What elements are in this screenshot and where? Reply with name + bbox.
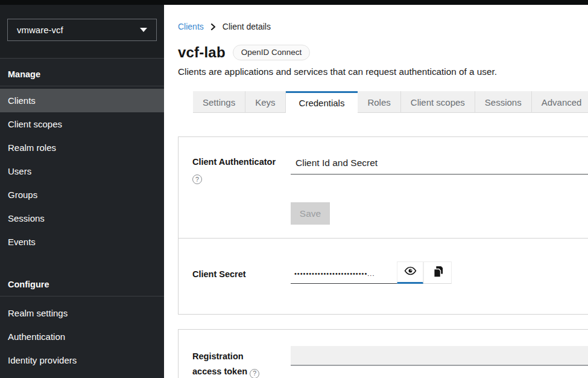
realm-selector-value: vmware-vcf bbox=[17, 25, 63, 35]
sidebar-item-realm-roles[interactable]: Realm roles bbox=[0, 136, 164, 159]
breadcrumb-clients-link[interactable]: Clients bbox=[178, 22, 204, 31]
eye-icon bbox=[404, 266, 417, 278]
sidebar-item-identity-providers[interactable]: Identity providers bbox=[0, 348, 164, 372]
tab-sessions[interactable]: Sessions bbox=[475, 91, 532, 113]
save-button[interactable]: Save bbox=[291, 202, 330, 225]
nav-section-configure-label: Configure bbox=[0, 254, 164, 296]
registration-token-label: Registration access token ? bbox=[192, 349, 272, 378]
page-title: vcf-lab bbox=[178, 44, 226, 61]
realm-selector-dropdown[interactable]: vmware-vcf bbox=[7, 19, 157, 41]
nav-configure-list: Realm settings Authentication Identity p… bbox=[0, 296, 164, 372]
tab-keys[interactable]: Keys bbox=[245, 91, 285, 113]
sidebar-item-client-scopes[interactable]: Client scopes bbox=[0, 112, 164, 136]
chevron-down-icon bbox=[140, 28, 147, 32]
tab-client-scopes[interactable]: Client scopes bbox=[401, 91, 475, 113]
sidebar-item-groups[interactable]: Groups bbox=[0, 183, 164, 207]
registration-token-card: Registration access token ? bbox=[178, 329, 588, 378]
breadcrumb-current: Client details bbox=[223, 22, 271, 31]
realm-section: vmware-vcf bbox=[0, 5, 164, 59]
client-authenticator-label: Client Authenticator bbox=[192, 155, 276, 170]
client-secret-input[interactable] bbox=[291, 261, 397, 284]
sidebar-item-realm-settings[interactable]: Realm settings bbox=[0, 301, 164, 325]
client-secret-row: Client Secret bbox=[179, 239, 588, 315]
page-header: vcf-lab OpenID Connect bbox=[178, 44, 588, 61]
sidebar-item-users[interactable]: Users bbox=[0, 159, 164, 183]
breadcrumb: Clients Client details bbox=[178, 22, 588, 31]
show-secret-button[interactable] bbox=[397, 261, 423, 284]
sidebar: vmware-vcf Manage Clients Client scopes … bbox=[0, 5, 164, 378]
client-authenticator-value: Client Id and Secret bbox=[296, 158, 378, 168]
copy-icon bbox=[432, 266, 443, 280]
sidebar-item-sessions[interactable]: Sessions bbox=[0, 207, 164, 230]
sidebar-item-events[interactable]: Events bbox=[0, 230, 164, 254]
nav-manage-list: Clients Client scopes Realm roles Users … bbox=[0, 86, 164, 254]
tab-advanced[interactable]: Advanced bbox=[532, 91, 588, 113]
client-secret-label: Client Secret bbox=[192, 267, 246, 282]
tab-credentials[interactable]: Credentials bbox=[286, 91, 358, 113]
nav-section-manage-label: Manage bbox=[0, 59, 164, 86]
tab-settings[interactable]: Settings bbox=[193, 91, 245, 113]
client-secret-group bbox=[291, 261, 452, 284]
client-authenticator-row: Client Authenticator ? Client Id and Sec… bbox=[179, 137, 588, 239]
copy-secret-button[interactable] bbox=[423, 261, 452, 284]
sidebar-item-clients[interactable]: Clients bbox=[0, 89, 164, 112]
credentials-card: Client Authenticator ? Client Id and Sec… bbox=[178, 136, 588, 315]
page-description: Clients are applications and services th… bbox=[178, 66, 588, 77]
help-icon[interactable]: ? bbox=[250, 369, 259, 378]
sidebar-item-authentication[interactable]: Authentication bbox=[0, 325, 164, 348]
chevron-right-icon bbox=[210, 24, 216, 30]
help-icon[interactable]: ? bbox=[192, 175, 202, 184]
client-authenticator-select[interactable]: Client Id and Secret bbox=[291, 152, 588, 175]
keycloak-admin-screen: vmware-vcf Manage Clients Client scopes … bbox=[0, 0, 588, 378]
client-tabs: Settings Keys Credentials Roles Client s… bbox=[193, 91, 588, 113]
top-bar bbox=[0, 0, 588, 5]
main-content: Clients Client details vcf-lab OpenID Co… bbox=[164, 5, 588, 378]
registration-token-input[interactable] bbox=[291, 346, 588, 366]
protocol-badge: OpenID Connect bbox=[233, 45, 311, 60]
tab-roles[interactable]: Roles bbox=[358, 91, 400, 113]
